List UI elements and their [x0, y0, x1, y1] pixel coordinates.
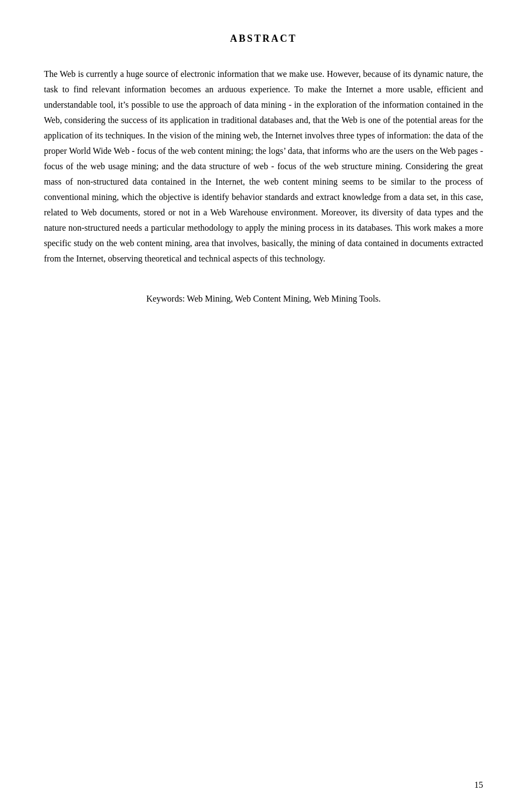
abstract-title: ABSTRACT [44, 33, 483, 45]
page: ABSTRACT The Web is currently a huge sou… [0, 0, 527, 812]
abstract-body: The Web is currently a huge source of el… [44, 66, 483, 266]
page-number: 15 [474, 780, 483, 790]
abstract-paragraph: The Web is currently a huge source of el… [44, 66, 483, 266]
keywords: Keywords: Web Mining, Web Content Mining… [44, 294, 483, 304]
